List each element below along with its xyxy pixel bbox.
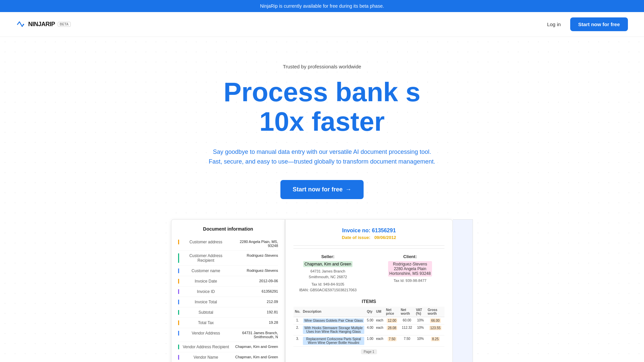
hero-subtitle-line2: Fast, secure, and easy to use—trusted gl… [209, 158, 435, 165]
items-row: 1.Wine Glasses Goblets Pair Clear Glass5… [293, 317, 444, 324]
doc-row: Vendor Address 64731 James Branch, Smith… [178, 328, 278, 342]
date-label: Date of issue: [342, 235, 370, 240]
items-cell: each [375, 324, 385, 335]
logo-text: NINJARIP [28, 21, 55, 28]
hero-section: Trusted by professionals worldwide Proce… [0, 37, 644, 362]
items-cell: 8.25 [426, 335, 444, 346]
items-cell: 7.50 [385, 335, 399, 346]
items-cell: 4.00 [366, 324, 375, 335]
doc-row-value: Rodriguez-Stevens [230, 253, 278, 257]
start-now-button-nav[interactable]: Start now for free [570, 17, 628, 31]
invoice-number: 61356291 [372, 228, 396, 233]
date-value: 09/06/2012 [374, 235, 396, 240]
items-col-header: Description [302, 307, 366, 317]
client-box: Client: Rodriguez-Stevens 2280 Angela Pl… [376, 254, 444, 293]
doc-row: Vendor Address Recipient Chapman, Kim an… [178, 342, 278, 352]
doc-row-label: Customer address [178, 240, 230, 244]
items-row: 3.Replacement Corkscrew Parts Spiral Wor… [293, 335, 444, 346]
doc-row-label: Invoice ID [178, 289, 230, 294]
doc-row-value: 212.09 [230, 300, 278, 304]
item-desc-highlight: With Hooks Stemware Storage Multiple Use… [303, 326, 364, 334]
items-cell: Wine Glasses Goblets Pair Clear Glass [302, 317, 366, 324]
items-cell: 10% [415, 335, 426, 346]
items-table: No.DescriptionQtyUMNet priceNet worthVAT… [293, 307, 444, 347]
start-now-button-hero[interactable]: Start now for free → [280, 180, 363, 199]
items-header-row: No.DescriptionQtyUMNet priceNet worthVAT… [293, 307, 444, 317]
logo-icon [16, 20, 25, 29]
items-col-header: UM [375, 307, 385, 317]
item-desc-highlight: Wine Glasses Goblets Pair Clear Glass [303, 318, 364, 323]
hero-subtitle: Say goodbye to manual data entry with ou… [208, 147, 436, 167]
doc-row: Vendor Name Chapman, Kim and Green [178, 352, 278, 362]
seller-iban: IBAN: GB50ACIE59715038217063 [293, 287, 362, 293]
doc-row-label: Total Tax [178, 320, 230, 325]
seller-name: Chapman, Kim and Green [303, 261, 353, 267]
items-cell: 2. [293, 324, 302, 335]
hero-title-line2: 10x faster [259, 107, 385, 136]
item-price-highlight: 28.08 [387, 326, 397, 330]
doc-row-label: Customer Address Recipient [178, 253, 230, 263]
doc-row-value: 19.28 [230, 320, 278, 324]
items-table-body: 1.Wine Glasses Goblets Pair Clear Glass5… [293, 317, 444, 346]
divider [293, 245, 444, 246]
doc-row-label: Invoice Total [178, 300, 230, 304]
invoice-header: Invoice no: 61356291 Date of issue: 09/0… [293, 228, 444, 240]
doc-row: Customer Address Recipient Rodriguez-Ste… [178, 251, 278, 266]
items-cell: 10% [415, 317, 426, 324]
doc-row: Subtotal 192.81 [178, 307, 278, 318]
doc-row-value: 192.81 [230, 310, 278, 314]
item-price-highlight: 7.50 [388, 337, 396, 341]
doc-row: Customer address 2280 Angela Plain, MS, … [178, 237, 278, 251]
svg-point-0 [23, 24, 24, 25]
start-btn-hero-label: Start now for free [292, 186, 342, 193]
invoice-label: Invoice no: [342, 228, 370, 233]
item-price-highlight: 66.00 [430, 318, 440, 323]
doc-row-label: Vendor Address [178, 331, 230, 336]
invoice-date-line: Date of issue: 09/06/2012 [293, 235, 444, 240]
divider2 [293, 248, 444, 249]
items-cell: 12.00 [385, 317, 399, 324]
items-cell: 1.00 [366, 335, 375, 346]
items-cell: 3. [293, 335, 302, 346]
seller-client-section: Seller: Chapman, Kim and Green 64731 Jam… [293, 254, 444, 293]
items-cell: 123.55 [426, 324, 444, 335]
items-cell: 60.00 [399, 317, 415, 324]
client-name: Rodriguez-Stevens 2280 Angela Plain Hort… [388, 261, 432, 277]
hero-subtitle-line1: Say goodbye to manual data entry with ou… [213, 148, 431, 155]
doc-row: Total Tax 19.28 [178, 318, 278, 328]
item-price-highlight: 123.55 [429, 326, 442, 330]
client-tax: Tax Id: 939-98-8477 [376, 278, 444, 284]
doc-left-panel: Document information Customer address 22… [171, 219, 285, 362]
items-col-header: No. [293, 307, 302, 317]
item-price-highlight: 12.00 [387, 318, 397, 323]
login-button[interactable]: Log in [543, 19, 565, 30]
hero-title-line1: Process bank s [224, 77, 421, 107]
seller-tax: Tax Id: 949-84-9105 [293, 282, 362, 288]
doc-row-label: Subtotal [178, 310, 230, 315]
doc-row: Invoice Date 2012-09-06 [178, 276, 278, 287]
doc-row-label: Invoice Date [178, 279, 230, 284]
doc-row-value: Chapman, Kim and Green [230, 355, 278, 359]
items-col-header: Qty [366, 307, 375, 317]
client-label: Client: [376, 254, 444, 259]
items-cell: 5.00 [366, 317, 375, 324]
seller-label: Seller: [293, 254, 362, 259]
trusted-label: Trusted by professionals worldwide [16, 64, 628, 69]
items-table-head: No.DescriptionQtyUMNet priceNet worthVAT… [293, 307, 444, 317]
items-col-header: Gross worth [426, 307, 444, 317]
hero-title: Process bank s 10x faster [16, 77, 628, 136]
items-row: 2.With Hooks Stemware Storage Multiple U… [293, 324, 444, 335]
seller-address1: 64731 James Branch [293, 268, 362, 275]
items-cell: With Hooks Stemware Storage Multiple Use… [302, 324, 366, 335]
doc-row-value: Chapman, Kim and Green [230, 345, 278, 349]
items-cell: each [375, 335, 385, 346]
items-col-header: Net price [385, 307, 399, 317]
seller-box: Seller: Chapman, Kim and Green 64731 Jam… [293, 254, 362, 293]
doc-right-extra [453, 219, 473, 362]
items-title: ITEMS [293, 299, 444, 304]
doc-section-title: Document information [178, 226, 278, 232]
doc-row-value: 2280 Angela Plain, MS, 93248 [230, 240, 278, 248]
doc-row: Customer name Rodriguez-Stevens [178, 266, 278, 276]
doc-row-label: Vendor Name [178, 355, 230, 360]
items-cell: each [375, 317, 385, 324]
